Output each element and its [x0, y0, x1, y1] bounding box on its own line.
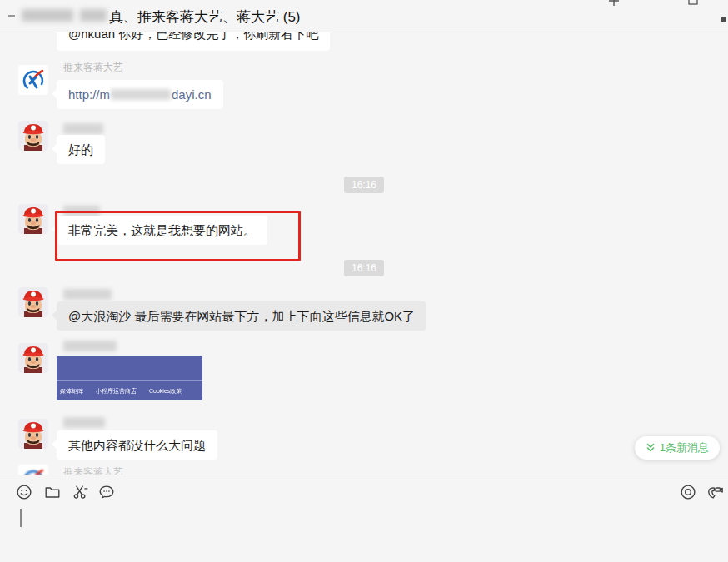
avatar-mario[interactable] [18, 287, 48, 317]
message-bubble-clipped-top[interactable]: @hkuan 你好，已经修改完了，你刷新看下吧 [57, 32, 330, 51]
mario-avatar-icon [18, 287, 48, 317]
double-chevron-down-icon [646, 443, 656, 453]
sender-name-redacted [63, 417, 105, 428]
image-footer-links: 媒体矩阵 小程序运营商店 Cookies政策 [60, 387, 202, 395]
folder-icon[interactable] [43, 483, 62, 501]
title-redacted-segment [80, 9, 107, 22]
bubble-tail [52, 224, 62, 235]
link-text-prefix: http://m [68, 87, 110, 102]
mario-avatar-icon [18, 419, 48, 449]
chat-window: @hkuan 你好，已经修改完了，你刷新看下吧 推来客蒋大艺 http://md… [0, 0, 728, 562]
timestamp-pill: 16:16 [344, 260, 384, 276]
chat-header: 真、推来客蒋大艺、蒋大艺 (5) [0, 0, 728, 32]
bubble-tail [52, 143, 62, 154]
title-redaction-tick [8, 15, 15, 17]
plus-icon[interactable] [607, 0, 621, 7]
sender-name-clipped: 推来客蒋大艺 [63, 465, 123, 475]
bubble-tail [52, 88, 62, 99]
timestamp-pill: 16:16 [344, 177, 384, 193]
message-bubble-ok[interactable]: 好的 [57, 135, 105, 164]
message-text: @大浪淘沙 最后需要在网站最下方，加上下面这些信息就OK了 [68, 309, 415, 323]
title-redacted-segment [22, 9, 73, 22]
sender-name-redacted [63, 289, 112, 300]
mario-avatar-icon [18, 343, 48, 373]
message-bubble-perfect[interactable]: 非常完美，这就是我想要的网站。 [57, 216, 267, 245]
video-call-icon[interactable] [706, 483, 724, 501]
message-text: 好的 [68, 142, 93, 157]
avatar-mario[interactable] [18, 121, 48, 151]
new-message-badge[interactable]: 1条新消息 [635, 436, 720, 460]
message-text: 其他内容都没什么大问题 [68, 438, 206, 452]
scrollbar-thumb[interactable] [721, 17, 726, 22]
bubble-tail [52, 310, 62, 321]
bubble-tail [52, 439, 62, 450]
image-footer-link: Cookies政策 [149, 387, 182, 395]
mario-avatar-icon [18, 121, 48, 151]
avatar-tuilaike-logo-clipped[interactable] [18, 465, 48, 475]
image-footer-link: 小程序运营商店 [96, 387, 137, 395]
image-footer-link: 媒体矩阵 [60, 387, 83, 395]
input-panel[interactable] [0, 475, 728, 562]
sender-name-redacted [63, 341, 117, 351]
message-history-icon[interactable] [97, 483, 116, 501]
message-text: 非常完美，这就是我想要的网站。 [68, 223, 256, 237]
avatar-mario[interactable] [18, 343, 48, 373]
image-message-website-footer[interactable]: 媒体矩阵 小程序运营商店 Cookies政策 [57, 356, 202, 400]
emoji-icon[interactable] [15, 483, 33, 501]
avatar-mario[interactable] [18, 204, 48, 234]
tuilaike-logo-icon [18, 465, 48, 475]
image-footer-divider [57, 380, 202, 381]
new-message-badge-label: 1条新消息 [660, 440, 709, 455]
message-bubble-mention[interactable]: @大浪淘沙 最后需要在网站最下方，加上下面这些信息就OK了 [57, 301, 426, 331]
mario-avatar-icon [18, 204, 48, 234]
avatar-mario[interactable] [18, 419, 48, 449]
message-text: @hkuan 你好，已经修改完了，你刷新看下吧 [68, 32, 318, 41]
maximize-icon[interactable] [687, 0, 699, 6]
sender-name-redacted [63, 123, 103, 134]
message-bubble-url[interactable]: http://mdayi.cn [57, 80, 223, 109]
message-input-area[interactable] [17, 505, 711, 555]
link-text-suffix: dayi.cn [172, 87, 212, 102]
avatar-tuilaike-logo[interactable] [18, 65, 48, 95]
chat-message-list[interactable]: @hkuan 你好，已经修改完了，你刷新看下吧 推来客蒋大艺 http://md… [0, 32, 728, 475]
tuilaike-logo-icon [18, 65, 48, 95]
redacted-url-blur [111, 89, 171, 100]
screenshot-scissors-icon[interactable] [71, 483, 89, 501]
record-circle-icon[interactable] [679, 483, 697, 501]
chat-title: 真、推来客蒋大艺、蒋大艺 (5) [109, 7, 301, 27]
sender-name: 推来客蒋大艺 [63, 61, 123, 75]
message-bubble-no-problem[interactable]: 其他内容都没什么大问题 [57, 430, 217, 460]
